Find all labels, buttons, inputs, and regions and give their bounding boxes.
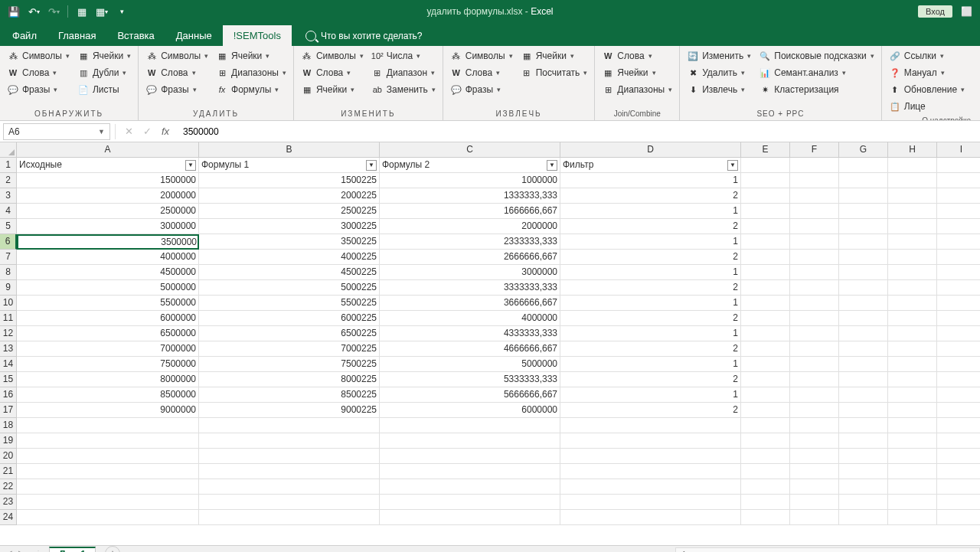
cell[interactable] <box>937 311 980 326</box>
row-header[interactable]: 1 <box>0 158 17 173</box>
btn-phrases2[interactable]: 💬Фразы▾ <box>142 82 211 97</box>
cell[interactable] <box>839 188 888 204</box>
cell[interactable]: Формулы 1▼ <box>199 158 380 173</box>
column-header-A[interactable]: A <box>17 142 199 158</box>
qat-icon-1[interactable]: ▦ <box>73 2 91 21</box>
cell[interactable]: 3000000 <box>17 219 199 234</box>
cell[interactable]: 2500225 <box>199 204 380 219</box>
cell[interactable] <box>937 204 980 219</box>
cell[interactable] <box>839 234 888 250</box>
cell[interactable] <box>741 357 790 372</box>
cell[interactable]: 2500000 <box>17 204 199 219</box>
cell[interactable] <box>839 418 888 433</box>
cell[interactable] <box>888 510 937 525</box>
btn-sheets[interactable]: 📄Листы <box>74 82 134 97</box>
cell[interactable] <box>937 341 980 357</box>
row-header[interactable]: 5 <box>0 219 17 234</box>
cell[interactable]: 7000225 <box>199 341 380 357</box>
cell[interactable]: 2000225 <box>199 188 380 204</box>
row-header[interactable]: 24 <box>0 510 17 525</box>
cell[interactable] <box>888 449 937 464</box>
cell[interactable] <box>888 250 937 265</box>
cell[interactable] <box>17 418 199 433</box>
row-header[interactable]: 16 <box>0 387 17 403</box>
cell[interactable] <box>839 250 888 265</box>
cell[interactable]: 6000000 <box>380 403 560 418</box>
cell[interactable] <box>839 510 888 525</box>
cell[interactable] <box>17 449 199 464</box>
cell[interactable]: 7000000 <box>17 341 199 357</box>
cell[interactable]: Фильтр▼ <box>560 158 741 173</box>
login-button[interactable]: Вход <box>918 5 952 18</box>
cell[interactable] <box>790 341 839 357</box>
cell[interactable]: 3333333,333 <box>380 280 560 296</box>
cell[interactable] <box>790 250 839 265</box>
cell[interactable] <box>199 418 380 433</box>
cell[interactable] <box>888 311 937 326</box>
cell[interactable] <box>790 204 839 219</box>
cell[interactable]: Формулы 2▼ <box>380 158 560 173</box>
column-header-E[interactable]: E <box>741 142 790 158</box>
cell[interactable] <box>839 173 888 188</box>
btn-update[interactable]: ⬆Обновление▾ <box>886 82 968 97</box>
cell[interactable] <box>741 495 790 510</box>
name-box[interactable]: A6 ▼ <box>3 123 110 140</box>
cell[interactable]: 1333333,333 <box>380 188 560 204</box>
row-header[interactable]: 4 <box>0 204 17 219</box>
cell[interactable] <box>937 449 980 464</box>
cell[interactable]: 3666666,667 <box>380 296 560 311</box>
cell[interactable] <box>741 403 790 418</box>
cell[interactable] <box>199 433 380 449</box>
cell[interactable] <box>937 495 980 510</box>
cell[interactable] <box>741 173 790 188</box>
cell[interactable] <box>839 479 888 495</box>
cell[interactable] <box>839 372 888 387</box>
cell[interactable]: 6000000 <box>17 311 199 326</box>
cell[interactable] <box>888 326 937 341</box>
cell[interactable]: 3500225 <box>199 234 380 250</box>
cell[interactable]: 4500000 <box>17 265 199 280</box>
tab-home[interactable]: Главная <box>47 25 106 46</box>
save-button[interactable]: 💾 <box>5 2 23 21</box>
cell[interactable] <box>888 219 937 234</box>
cell[interactable] <box>560 449 741 464</box>
row-header[interactable]: 10 <box>0 296 17 311</box>
row-header[interactable]: 22 <box>0 479 17 495</box>
cell[interactable] <box>888 372 937 387</box>
cell[interactable]: 1 <box>560 204 741 219</box>
cell[interactable] <box>741 311 790 326</box>
cell[interactable] <box>888 495 937 510</box>
cell[interactable] <box>839 464 888 479</box>
row-header[interactable]: 7 <box>0 250 17 265</box>
cell[interactable] <box>560 464 741 479</box>
row-header[interactable]: 9 <box>0 280 17 296</box>
cell[interactable] <box>888 387 937 403</box>
btn-replace[interactable]: abЗаменить▾ <box>368 82 439 97</box>
cell[interactable] <box>937 280 980 296</box>
cell[interactable] <box>790 387 839 403</box>
cell[interactable]: 4000225 <box>199 250 380 265</box>
sheet-tab-active[interactable]: Лист1 <box>49 547 96 553</box>
cell[interactable] <box>790 158 839 173</box>
cell[interactable]: 2000000 <box>17 188 199 204</box>
cell[interactable] <box>560 418 741 433</box>
cell[interactable] <box>839 158 888 173</box>
cell[interactable] <box>741 464 790 479</box>
cell[interactable] <box>741 418 790 433</box>
tab-data[interactable]: Данные <box>165 25 223 46</box>
cell[interactable]: 1 <box>560 173 741 188</box>
cell[interactable] <box>17 464 199 479</box>
cell[interactable] <box>741 341 790 357</box>
row-header[interactable]: 14 <box>0 357 17 372</box>
btn-symbols2[interactable]: ⁂Символы▾ <box>142 48 211 64</box>
btn-cluster[interactable]: ✷Кластеризация <box>756 82 877 97</box>
btn-lits[interactable]: 📋Лице <box>886 99 929 114</box>
row-header[interactable]: 8 <box>0 265 17 280</box>
btn-count[interactable]: ⊞Посчитать▾ <box>518 65 591 80</box>
btn-links[interactable]: 🔗Ссылки▾ <box>886 48 968 64</box>
cell[interactable] <box>839 433 888 449</box>
cell[interactable] <box>888 188 937 204</box>
cell[interactable]: 2 <box>560 403 741 418</box>
sheet-nav-next[interactable]: ▶ <box>15 547 28 553</box>
cell[interactable] <box>839 357 888 372</box>
